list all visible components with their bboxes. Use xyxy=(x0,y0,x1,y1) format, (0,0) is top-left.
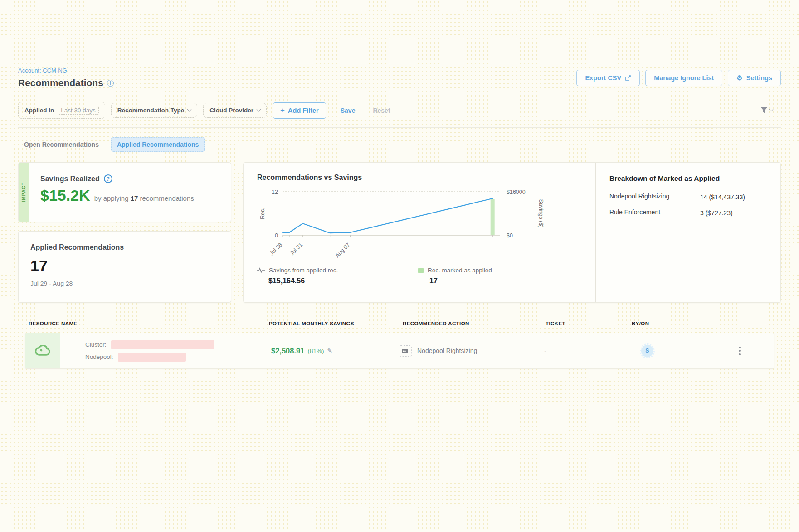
chevron-down-icon xyxy=(769,107,774,112)
action-label: Nodepool Rightsizing xyxy=(417,347,477,354)
tab-open-recommendations[interactable]: Open Recommendations xyxy=(18,137,105,152)
col-ticket: TICKET xyxy=(546,321,632,326)
row-menu-icon[interactable] xyxy=(736,344,743,358)
chart-card: Recommendations vs Savings 120$16000$0Re… xyxy=(243,162,781,303)
ticket-cell: - xyxy=(542,347,628,354)
chart-section: Recommendations vs Savings 120$16000$0Re… xyxy=(244,163,595,302)
nodepool-rightsizing-icon xyxy=(400,345,412,357)
gear-icon: ⚙ xyxy=(736,74,742,81)
filter-applied-in[interactable]: Applied In Last 30 days xyxy=(18,102,105,119)
legend-applied: Rec. marked as applied 17 xyxy=(418,267,492,285)
cluster-name-redacted xyxy=(111,340,214,349)
filter-bar: Applied In Last 30 days Recommendation T… xyxy=(18,96,781,128)
dashboard: IMPACT Savings Realized ? $15.2K by appl… xyxy=(18,162,781,303)
filter-recommendation-type[interactable]: Recommendation Type xyxy=(111,103,198,118)
pulse-icon xyxy=(257,267,265,273)
help-icon[interactable]: ? xyxy=(104,174,112,183)
green-square-icon xyxy=(418,268,424,273)
byon-cell: S xyxy=(628,345,731,357)
filter-cloud-provider[interactable]: Cloud Provider xyxy=(203,103,267,118)
breakdown-panel: Breakdown of Marked as Applied Nodepool … xyxy=(595,163,780,302)
header-buttons: Export CSV Manage Ignore List ⚙ Settings xyxy=(576,70,781,86)
avatar[interactable]: S xyxy=(641,345,653,357)
table-header-row: RESOURCE NAME POTENTIAL MONTHLY SAVINGS … xyxy=(25,321,774,333)
table-row[interactable]: Cluster: Nodepool: $2,508.91 (81%) ✎ xyxy=(25,333,774,369)
reset-filters-link[interactable]: Reset xyxy=(373,107,390,114)
svg-text:Aug 07: Aug 07 xyxy=(334,242,351,259)
edit-icon[interactable]: ✎ xyxy=(327,347,332,354)
svg-text:0: 0 xyxy=(275,232,278,239)
filter-panel-toggle[interactable] xyxy=(760,107,773,114)
plus-icon: + xyxy=(280,107,285,114)
svg-text:Jul 28: Jul 28 xyxy=(268,242,284,257)
title-block: Account: CCM-NG Recommendations i xyxy=(18,67,114,88)
divider xyxy=(364,106,364,116)
breadcrumb[interactable]: Account: CCM-NG xyxy=(18,67,114,74)
chevron-down-icon xyxy=(187,107,192,112)
svg-text:12: 12 xyxy=(272,189,278,195)
impact-strip: IMPACT xyxy=(19,163,29,222)
recommendation-tabs: Open Recommendations Applied Recommendat… xyxy=(18,137,781,152)
applied-recommendations-count: 17 xyxy=(30,257,219,275)
applied-recommendations-range: Jul 29 - Aug 28 xyxy=(30,280,219,287)
tab-applied-recommendations[interactable]: Applied Recommendations xyxy=(111,137,205,152)
col-by-on: BY/ON xyxy=(632,321,734,326)
svg-text:$0: $0 xyxy=(507,232,513,239)
nodepool-name-redacted xyxy=(118,353,186,362)
savings-realized-card: IMPACT Savings Realized ? $15.2K by appl… xyxy=(18,162,231,222)
savings-realized-title: Savings Realized xyxy=(40,175,100,183)
chart-title: Recommendations vs Savings xyxy=(257,174,595,182)
cluster-label: Cluster: xyxy=(85,341,107,348)
page-header: Account: CCM-NG Recommendations i Export… xyxy=(18,67,781,96)
col-resource-name: RESOURCE NAME xyxy=(29,321,269,326)
funnel-icon xyxy=(760,107,768,114)
manage-ignore-list-button[interactable]: Manage Ignore List xyxy=(645,70,722,86)
savings-realized-amount: $15.2K xyxy=(40,187,90,204)
legend-applied-value: 17 xyxy=(429,277,492,285)
export-csv-button[interactable]: Export CSV xyxy=(576,70,640,86)
external-link-icon xyxy=(625,75,631,81)
col-recommended-action: RECOMMENDED ACTION xyxy=(403,321,546,326)
applied-recommendations-card: Applied Recommendations 17 Jul 29 - Aug … xyxy=(18,231,231,303)
cloud-provider-icon xyxy=(35,345,50,357)
savings-value: $2,508.91 xyxy=(271,347,304,355)
chevron-down-icon xyxy=(257,107,261,112)
resource-cell: Cluster: Nodepool: xyxy=(25,333,266,368)
breakdown-title: Breakdown of Marked as Applied xyxy=(609,174,769,183)
recommendations-vs-savings-chart: 120$16000$0Rec.Savings ($)Jul 28Jul 31Au… xyxy=(257,184,570,264)
add-filter-button[interactable]: + Add Filter xyxy=(273,102,326,119)
page-title: Recommendations xyxy=(18,77,103,88)
settings-button[interactable]: ⚙ Settings xyxy=(728,70,781,86)
svg-text:$16000: $16000 xyxy=(507,189,526,195)
filter-applied-in-value[interactable]: Last 30 days xyxy=(58,106,99,115)
chart-legend: Savings from applied rec. $15,164.56 Rec… xyxy=(257,267,595,285)
applied-recommendations-title: Applied Recommendations xyxy=(30,243,219,251)
provider-cell xyxy=(25,333,60,368)
savings-realized-desc: by applying 17 recommendations xyxy=(94,194,194,202)
info-icon[interactable]: i xyxy=(107,80,114,87)
action-cell: Nodepool Rightsizing xyxy=(400,345,542,357)
legend-savings-value: $15,164.56 xyxy=(268,277,418,285)
recommendations-page: Account: CCM-NG Recommendations i Export… xyxy=(0,67,799,532)
breakdown-row: Rule Enforcement 3 ($727.23) xyxy=(609,208,769,218)
svg-text:Savings ($): Savings ($) xyxy=(538,199,544,227)
recommendations-table: RESOURCE NAME POTENTIAL MONTHLY SAVINGS … xyxy=(25,321,774,369)
col-potential-monthly-savings: POTENTIAL MONTHLY SAVINGS xyxy=(269,321,403,326)
save-filters-link[interactable]: Save xyxy=(341,107,356,114)
savings-cell: $2,508.91 (81%) ✎ xyxy=(266,347,400,355)
menu-cell xyxy=(731,344,774,358)
legend-savings: Savings from applied rec. $15,164.56 xyxy=(257,267,418,285)
svg-text:Jul 31: Jul 31 xyxy=(288,242,304,257)
svg-text:Rec.: Rec. xyxy=(259,208,266,219)
breakdown-row: Nodepool Rightsizing 14 ($14,437.33) xyxy=(609,193,769,202)
savings-percent: (81%) xyxy=(307,348,324,354)
nodepool-label: Nodepool: xyxy=(85,353,113,360)
